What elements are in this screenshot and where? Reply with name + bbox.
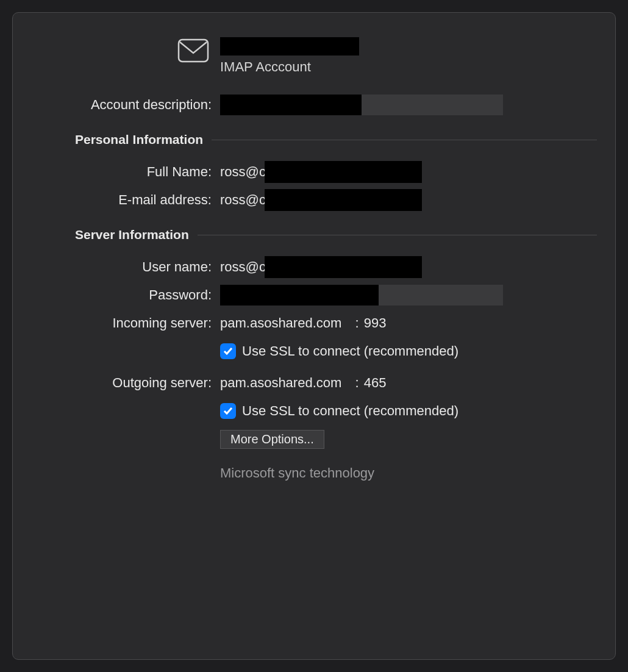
outgoing-host: pam.asoshared.com xyxy=(220,375,341,391)
full-name-value: ross@c xyxy=(220,161,422,183)
divider xyxy=(212,140,597,140)
password-label: Password: xyxy=(31,287,220,303)
account-settings-panel: IMAP Acccount Account description: Perso… xyxy=(12,12,616,660)
server-info-section: Server Information xyxy=(31,227,597,242)
more-options-row: More Options... xyxy=(31,427,597,451)
outgoing-ssl-label: Use SSL to connect (recommended) xyxy=(242,403,459,419)
email-row: E-mail address: ross@c xyxy=(31,188,597,212)
full-name-visible: ross@c xyxy=(220,164,266,180)
outgoing-ssl-row: Use SSL to connect (recommended) xyxy=(31,399,597,423)
incoming-ssl-row: Use SSL to connect (recommended) xyxy=(31,340,597,363)
user-name-label: User name: xyxy=(31,259,220,275)
email-visible: ross@c xyxy=(220,192,266,208)
account-header-text: IMAP Acccount xyxy=(220,37,359,75)
server-info-heading: Server Information xyxy=(31,227,198,242)
full-name-redacted xyxy=(265,161,422,183)
incoming-port: 993 xyxy=(364,315,387,331)
account-name-redacted xyxy=(220,37,359,55)
user-name-redacted xyxy=(265,256,422,278)
password-row: Password: xyxy=(31,284,597,307)
account-description-label: Account description: xyxy=(31,97,220,113)
outgoing-port-sep: : xyxy=(348,375,362,391)
incoming-port-sep: : xyxy=(348,315,362,331)
divider xyxy=(198,235,597,235)
incoming-host: pam.asoshared.com xyxy=(220,315,341,331)
outgoing-server-label: Outgoing server: xyxy=(31,375,220,391)
password-input[interactable] xyxy=(220,285,503,306)
email-redacted xyxy=(265,189,422,211)
full-name-label: Full Name: xyxy=(31,164,220,180)
email-value: ross@c xyxy=(220,189,422,211)
personal-info-heading: Personal Information xyxy=(31,132,212,147)
incoming-ssl-label: Use SSL to connect (recommended) xyxy=(242,343,459,359)
sync-tech-label: Microsoft sync technology xyxy=(220,465,374,481)
account-description-input[interactable] xyxy=(220,95,503,115)
full-name-row: Full Name: ross@c xyxy=(31,160,597,184)
more-options-button[interactable]: More Options... xyxy=(220,430,324,449)
incoming-server-row: Incoming server: pam.asoshared.com : 993 xyxy=(31,312,597,335)
user-name-row: User name: ross@c xyxy=(31,256,597,279)
outgoing-server-row: Outgoing server: pam.asoshared.com : 465 xyxy=(31,371,597,395)
svg-rect-0 xyxy=(179,40,208,62)
user-name-visible: ross@c xyxy=(220,259,266,275)
personal-info-section: Personal Information xyxy=(31,132,597,147)
email-label: E-mail address: xyxy=(31,192,220,208)
sync-tech-row: Microsoft sync technology xyxy=(31,462,597,485)
account-type-label: IMAP Acccount xyxy=(220,59,359,75)
outgoing-port: 465 xyxy=(364,375,387,391)
envelope-icon xyxy=(31,37,220,63)
incoming-ssl-checkbox[interactable] xyxy=(220,343,236,359)
user-name-value: ross@c xyxy=(220,256,422,278)
incoming-server-label: Incoming server: xyxy=(31,315,220,331)
outgoing-ssl-checkbox[interactable] xyxy=(220,403,236,419)
account-description-row: Account description: xyxy=(31,93,597,116)
account-header: IMAP Acccount xyxy=(31,37,597,75)
